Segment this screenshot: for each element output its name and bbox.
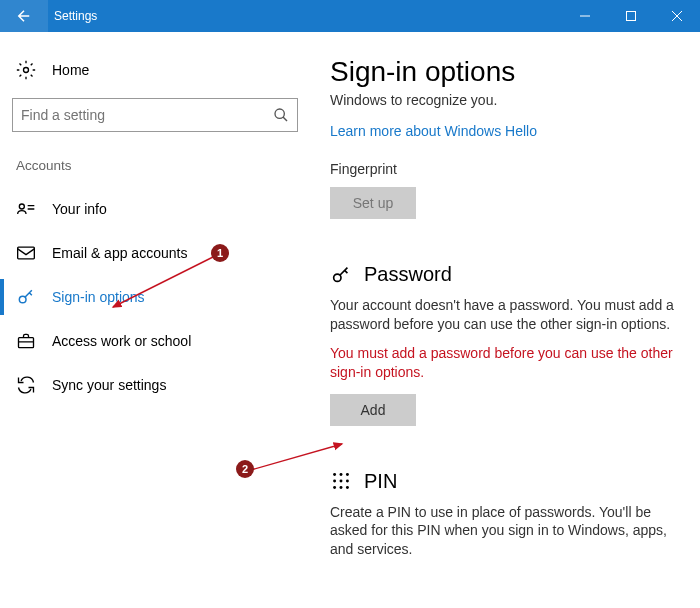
svg-rect-0 (627, 12, 636, 21)
maximize-button[interactable] (608, 0, 654, 32)
main-panel: Sign-in options Windows to recognize you… (310, 32, 700, 608)
close-button[interactable] (654, 0, 700, 32)
password-description: Your account doesn't have a password. Yo… (330, 296, 680, 334)
search-box[interactable] (12, 98, 298, 132)
key-icon (16, 287, 36, 307)
sidebar-item-your-info[interactable]: Your info (0, 187, 298, 231)
section-header: Accounts (16, 158, 298, 173)
sidebar: Home Accounts Your info Email & app acco… (0, 32, 310, 608)
briefcase-icon (16, 331, 36, 351)
windows-hello-link[interactable]: Learn more about Windows Hello (330, 123, 537, 139)
page-subtext: Windows to recognize you. (330, 92, 680, 108)
arrow-left-icon (15, 7, 33, 25)
setup-button[interactable]: Set up (330, 187, 416, 219)
svg-point-8 (333, 473, 336, 476)
pin-section-title: PIN (330, 470, 680, 493)
svg-point-11 (333, 480, 336, 483)
password-title-text: Password (364, 263, 452, 286)
sidebar-item-access-work-school[interactable]: Access work or school (0, 319, 298, 363)
sidebar-item-sign-in-options[interactable]: Sign-in options (0, 275, 298, 319)
annotation-badge-2: 2 (236, 460, 254, 478)
svg-point-7 (334, 274, 341, 281)
svg-point-15 (340, 486, 343, 489)
sidebar-item-label: Sign-in options (52, 289, 145, 305)
sync-icon (16, 375, 36, 395)
minimize-button[interactable] (562, 0, 608, 32)
window-title: Settings (54, 9, 97, 23)
sidebar-item-label: Email & app accounts (52, 245, 187, 261)
password-error-text: You must add a password before you can u… (330, 344, 680, 382)
minimize-icon (580, 11, 590, 21)
search-icon (273, 107, 289, 123)
fingerprint-label: Fingerprint (330, 161, 680, 177)
sidebar-item-label: Sync your settings (52, 377, 166, 393)
svg-point-10 (346, 473, 349, 476)
page-title: Sign-in options (330, 56, 680, 88)
svg-point-2 (275, 109, 284, 118)
svg-rect-6 (19, 338, 34, 348)
pin-description: Create a PIN to use in place of password… (330, 503, 680, 560)
svg-point-14 (333, 486, 336, 489)
svg-point-5 (19, 296, 26, 303)
home-label: Home (52, 62, 89, 78)
home-button[interactable]: Home (12, 50, 298, 90)
back-button[interactable] (0, 0, 48, 32)
sidebar-item-sync-settings[interactable]: Sync your settings (0, 363, 298, 407)
maximize-icon (626, 11, 636, 21)
svg-point-16 (346, 486, 349, 489)
svg-point-13 (346, 480, 349, 483)
pin-title-text: PIN (364, 470, 397, 493)
close-icon (672, 11, 682, 21)
sidebar-item-label: Your info (52, 201, 107, 217)
password-section-title: Password (330, 263, 680, 286)
svg-point-9 (340, 473, 343, 476)
sidebar-item-email-accounts[interactable]: Email & app accounts (0, 231, 298, 275)
svg-point-12 (340, 480, 343, 483)
person-card-icon (16, 199, 36, 219)
sidebar-item-label: Access work or school (52, 333, 191, 349)
svg-rect-4 (18, 247, 35, 259)
gear-icon (16, 60, 36, 80)
annotation-badge-1: 1 (211, 244, 229, 262)
titlebar: Settings (0, 0, 700, 32)
mail-icon (16, 243, 36, 263)
svg-point-3 (19, 204, 24, 209)
pin-grid-icon (330, 470, 352, 492)
add-password-button[interactable]: Add (330, 394, 416, 426)
key-icon (330, 264, 352, 286)
search-input[interactable] (21, 107, 273, 123)
svg-point-1 (24, 68, 29, 73)
